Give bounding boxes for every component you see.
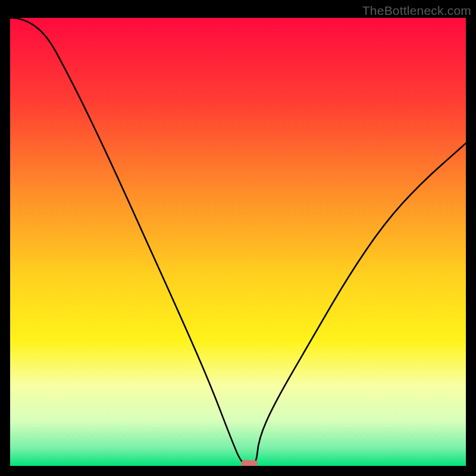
chart-plot-area <box>10 18 466 466</box>
chart-frame: TheBottleneck.com <box>0 0 476 476</box>
sweet-spot-marker <box>241 460 258 466</box>
chart-svg <box>10 18 466 466</box>
watermark-text: TheBottleneck.com <box>362 4 471 18</box>
gradient-background <box>10 18 466 466</box>
